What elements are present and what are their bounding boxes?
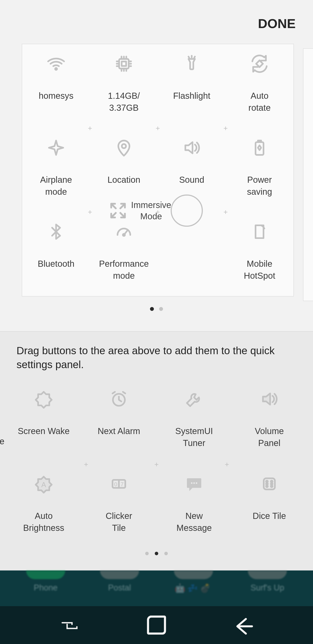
tile-label: Next Alarm <box>98 425 140 437</box>
bluetooth-icon <box>46 222 66 241</box>
dock-item-blank[interactable]: 🤖💤💣 <box>158 570 229 594</box>
dock-label: Phone <box>34 583 58 592</box>
svg-text:0: 0 <box>114 481 117 487</box>
tile-auto-rotate[interactable]: Auto rotate <box>226 44 294 128</box>
done-button[interactable]: DONE <box>258 16 296 31</box>
tile-label: Location <box>107 174 140 186</box>
counter-icon: 07 <box>109 474 128 494</box>
hotspot-icon <box>250 222 269 241</box>
tile-label: Airplane mode <box>40 174 72 198</box>
airplane-icon <box>46 138 66 157</box>
tile-bluetooth[interactable]: Bluetooth <box>22 212 90 296</box>
svg-rect-1 <box>119 59 129 68</box>
tile-label: Power saving <box>247 174 272 198</box>
wrench-icon <box>185 390 204 408</box>
svg-rect-3 <box>256 60 263 67</box>
sound-icon <box>182 138 201 157</box>
volume-icon <box>260 390 279 408</box>
dock-label: Surf's Up <box>250 583 284 592</box>
tile-label: Flashlight <box>173 90 210 102</box>
battery-icon <box>250 138 269 157</box>
svg-point-13 <box>193 482 195 484</box>
svg-point-12 <box>191 482 192 484</box>
edit-quick-settings-panel: DONE homesys1.14GB/ 3.37GBFlashlightAuto… <box>0 0 313 331</box>
dock-item-postal[interactable]: Postal <box>84 570 155 592</box>
tile-mobile-hotspot[interactable]: Mobile HotSpot <box>226 212 294 296</box>
tile-label: Mobile HotSpot <box>244 258 275 282</box>
tile-homesys[interactable]: homesys <box>22 44 90 128</box>
app-icon <box>248 570 287 579</box>
expand-icon <box>109 202 127 220</box>
tile-flashlight[interactable]: Flashlight <box>158 44 226 128</box>
available-tiles-panel: Drag buttons to the area above to add th… <box>0 331 313 570</box>
page-indicator-top <box>0 296 313 311</box>
page-indicator-bottom <box>0 549 313 555</box>
svg-point-0 <box>55 68 57 70</box>
home-dock: PhonePostal🤖💤💣Surf's Up <box>0 570 313 606</box>
svg-rect-5 <box>256 142 264 155</box>
tile-label: Auto rotate <box>249 90 271 114</box>
tile-volume-panel[interactable]: Volume Panel <box>232 380 307 464</box>
tile-label: Clicker Tile <box>106 510 132 534</box>
app-icon <box>174 570 213 579</box>
recents-button[interactable] <box>60 619 79 631</box>
tile-1-14gb-3-37gb[interactable]: 1.14GB/ 3.37GB <box>90 44 158 128</box>
svg-point-16 <box>266 480 268 482</box>
svg-point-17 <box>271 480 273 482</box>
tile-clicker-tile[interactable]: 07Clicker Tile <box>81 464 156 549</box>
dice-icon <box>260 474 279 494</box>
tile-label: Bluetooth <box>38 258 74 270</box>
tile-dice-tile[interactable]: Dice Tile <box>232 464 307 549</box>
tile-next-alarm[interactable]: Next Alarm <box>81 380 156 464</box>
page-dot[interactable] <box>155 552 158 555</box>
svg-point-18 <box>266 483 268 485</box>
partial-tile-label: e <box>0 436 4 446</box>
svg-point-19 <box>271 483 273 485</box>
tile-label: SystemUI Tuner <box>175 425 213 449</box>
page-dot[interactable] <box>150 307 154 311</box>
dock-item-surf-s-up[interactable]: Surf's Up <box>232 570 303 592</box>
tile-label: homesys <box>39 90 73 102</box>
tile-screen-wake[interactable]: Screen Wake <box>6 380 81 464</box>
tile-label: Volume Panel <box>255 425 284 449</box>
tile-label: Sound <box>179 174 204 186</box>
dragged-tile-immersive[interactable]: Immersive Mode <box>109 194 203 227</box>
rotate-icon <box>250 54 269 73</box>
navigation-bar <box>0 606 313 644</box>
cpu-icon <box>114 54 133 73</box>
tile-auto-brightness[interactable]: AAuto Brightness <box>6 464 81 549</box>
svg-point-14 <box>196 482 197 484</box>
svg-rect-2 <box>122 62 126 66</box>
active-tiles-card: homesys1.14GB/ 3.37GBFlashlightAuto rota… <box>22 44 294 296</box>
message-icon <box>185 474 204 494</box>
app-icon <box>26 570 65 579</box>
tile-label: Performance mode <box>99 258 149 282</box>
svg-point-4 <box>122 144 126 148</box>
svg-point-21 <box>271 486 273 487</box>
dragged-tile-label: Immersive Mode <box>131 199 171 222</box>
flashlight-icon <box>182 54 201 73</box>
location-icon <box>114 138 133 157</box>
tile-airplane-mode[interactable]: Airplane mode <box>22 128 90 212</box>
home-button[interactable] <box>147 619 166 631</box>
page-dot[interactable] <box>145 552 149 555</box>
alarm-icon <box>109 390 128 408</box>
wifi-icon <box>46 54 66 73</box>
next-card-peek <box>303 48 313 301</box>
tile-power-saving[interactable]: Power saving <box>226 128 294 212</box>
svg-point-20 <box>266 486 268 487</box>
page-dot[interactable] <box>164 552 168 555</box>
tile-label: New Message <box>177 510 212 534</box>
page-dot[interactable] <box>159 307 163 311</box>
dock-label: Postal <box>108 583 131 592</box>
tile-label: Dice Tile <box>253 510 286 522</box>
tile-systemui-tuner[interactable]: SystemUI Tuner <box>156 380 232 464</box>
brightness-icon <box>34 390 53 408</box>
tile-new-message[interactable]: New Message <box>156 464 232 549</box>
dock-item-phone[interactable]: Phone <box>10 570 81 592</box>
tile-label: 1.14GB/ 3.37GB <box>108 90 140 114</box>
autobright-icon: A <box>34 474 53 494</box>
back-button[interactable] <box>234 619 253 631</box>
folder-emoji-label: 🤖💤💣 <box>175 583 212 593</box>
svg-text:7: 7 <box>121 481 124 487</box>
